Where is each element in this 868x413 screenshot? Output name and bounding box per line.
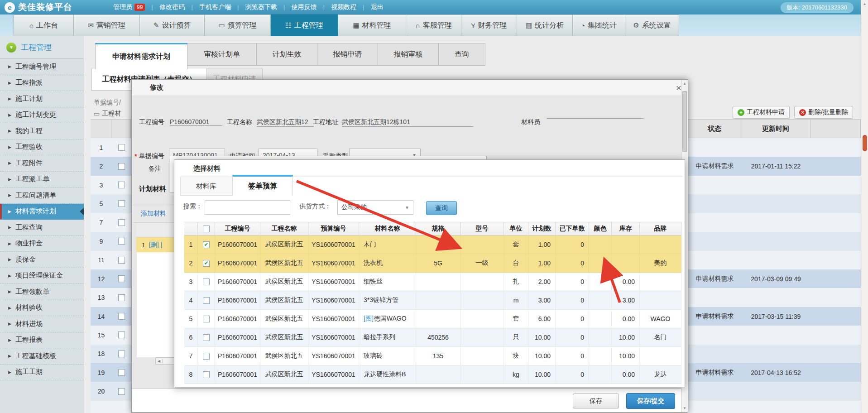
row-checkbox[interactable] [203,334,210,341]
row-checkbox[interactable] [118,200,125,207]
tab-6[interactable]: 查询 [439,43,485,66]
row-number: 15 [91,331,112,339]
sidebar-item[interactable]: ▶工程报表 [0,332,84,349]
scroll-left-icon[interactable]: ◀ [156,359,163,363]
material-row[interactable]: 5P1606070001武侯区新北五YS1606070001[图]德国WAGO套… [184,310,681,328]
plan-horizontal-scrollbar[interactable]: ◀ [155,357,174,365]
row-checkbox[interactable]: ✔ [203,260,210,267]
top-menu-item[interactable]: 修改密码 [155,3,189,11]
nav-tab-gear[interactable]: ⚙系统设置 [625,14,679,36]
scroll-down-icon[interactable]: ▼ [681,406,688,410]
nav-tab-team[interactable]: ☷工程管理 [271,14,338,36]
row-checkbox[interactable] [203,353,210,360]
material-row[interactable]: 1✔P1606070001武侯区新北五YS1606070001木门套1.000 [184,235,681,254]
row-checkbox[interactable] [118,163,125,170]
sidebar-item[interactable]: ▶工程验收 [0,139,84,156]
page-scrollbar-thumb[interactable] [863,135,867,151]
top-menu-item[interactable]: 手机客户端 [195,3,235,11]
sidebar-item[interactable]: ▶质保金 [0,252,84,268]
sidebar-item[interactable]: ▶工程查询 [0,220,84,236]
row-checkbox[interactable] [118,182,125,188]
apply-material-button[interactable]: +工程材料申请 [733,106,790,119]
search-input[interactable] [205,200,290,215]
scroll-up-icon[interactable]: ▲ [861,2,868,6]
sidebar-item[interactable]: ▶材料验收 [0,300,84,317]
top-menu-item[interactable]: 使用反馈 [287,3,321,11]
row-checkbox[interactable] [118,144,125,151]
row-checkbox[interactable] [203,279,210,285]
row-checkbox[interactable] [203,297,210,304]
sidebar-item[interactable]: ▶材料进场 [0,316,84,332]
material-row[interactable]: 7P1606070001武侯区新北五YS1606070001玻璃砖135块10.… [184,347,681,365]
nav-tab-chart[interactable]: ▥统计分析 [517,14,573,36]
top-menu-item[interactable]: 视频教程 [326,3,361,11]
row-checkbox[interactable] [118,313,125,320]
tab-5[interactable]: 报销审核 [378,43,439,66]
sidebar-item[interactable]: ▶工程编号管理 [0,59,84,75]
delete-batch-button[interactable]: ✕删除/批量删除 [794,106,853,119]
sidebar-item[interactable]: ▶施工计划变更 [0,107,84,124]
nav-tab-chat[interactable]: ✉营销管理 [74,14,140,36]
nav-tab-edit[interactable]: ✎设计预算 [140,14,205,36]
picker-tab-2[interactable]: 签单预算 [232,175,293,196]
tab-3[interactable]: 计划生效 [257,43,317,66]
column-header-cb[interactable] [198,222,215,235]
nav-tab-pie[interactable]: ◔集团统计 [573,14,625,36]
sidebar-item[interactable]: ▶工程问题清单 [0,187,84,204]
row-checkbox[interactable] [203,371,210,378]
material-row[interactable]: 4P1606070001武侯区新北五YS16060700013*3镀锌方管m3.… [184,291,681,310]
tab-1[interactable]: 申请材料需求计划 [95,43,187,69]
sidebar-item[interactable]: ▶施工计划 [0,91,84,107]
material-row[interactable]: 8P1606070001武侯区新北五YS1606070001龙达硬性涂料Bkg1… [184,365,681,384]
sidebar-item[interactable]: ▶材料需求计划 [0,204,84,220]
select-all-checkbox[interactable] [203,226,210,232]
sidebar-item[interactable]: ▶施工工期 [0,365,84,381]
nav-tab-headset[interactable]: ∩客服管理 [406,14,461,36]
sidebar-item[interactable]: ▶工程领款单 [0,284,84,300]
admin-menu-item[interactable]: 管理员 99 [109,3,149,11]
row-checkbox[interactable] [118,219,125,226]
sidebar-header[interactable]: ▼ 工程管理 [0,36,84,59]
sidebar-item[interactable]: ▶我的工程 [0,123,84,139]
row-checkbox[interactable] [118,294,125,301]
nav-tab-grid[interactable]: ▦材料管理 [338,14,406,36]
save-button[interactable]: 保存 [573,394,619,408]
sidebar-item[interactable]: ▶物业押金 [0,236,84,252]
page-scrollbar[interactable]: ▲ [861,0,868,413]
material-picker-modal: 选择材料 材料库签单预算 搜索： 供货方式： 公司采购 ▼ 查询 工程编号工程名… [174,159,685,387]
row-checkbox[interactable] [118,351,125,357]
save-submit-button[interactable]: 保存/提交 [626,393,675,409]
row-checkbox[interactable] [118,388,125,395]
row-checkbox[interactable] [118,369,125,376]
add-material-button[interactable]: 添加材料 [141,210,166,218]
tab-2[interactable]: 审核计划单 [187,43,257,66]
row-checkbox[interactable] [118,331,125,338]
image-link[interactable]: [图] [364,315,374,323]
sidebar-item[interactable]: ▶工程附件 [0,155,84,172]
sidebar-item[interactable]: ▶工程基础模板 [0,348,84,365]
material-row[interactable]: 6P1606070001武侯区新北五YS1606070001暗拉手系列45025… [184,328,681,347]
scrollbar-thumb[interactable] [682,91,687,152]
row-checkbox[interactable] [203,316,210,322]
row-checkbox[interactable] [118,275,125,282]
delete-row-link[interactable]: [删] [ [149,241,163,249]
sidebar-item[interactable]: ▶工程派工单 [0,172,84,188]
material-row[interactable]: 3P1606070001武侯区新北五YS1606070001细铁丝扎2.0000… [184,273,681,291]
supply-mode-select[interactable]: 公司采购 ▼ [337,200,413,215]
material-row[interactable]: 2✔P1606070001武侯区新北五YS1606070001洗衣机5G一级台1… [184,254,681,273]
query-button[interactable]: 查询 [426,201,457,215]
nav-tab-yen[interactable]: ¥财务管理 [461,14,517,36]
sidebar-item[interactable]: ▶项目经理保证金 [0,268,84,284]
row-checkbox[interactable] [118,257,125,264]
scroll-up-icon[interactable]: ▲ [681,82,688,86]
sidebar-item[interactable]: ▶工程指派 [0,75,84,91]
nav-tab-monitor[interactable]: ▭预算管理 [205,14,271,36]
row-checkbox[interactable] [118,238,125,245]
nav-tab-home[interactable]: ⌂工作台 [14,14,74,36]
picker-tab-1[interactable]: 材料库 [180,177,232,196]
row-checkbox[interactable]: ✔ [203,241,210,248]
tab-4[interactable]: 报销申请 [317,43,378,66]
notification-badge[interactable]: 99 [134,4,145,11]
top-menu-item[interactable]: 退出 [366,3,388,11]
top-menu-item[interactable]: 浏览器下载 [241,3,282,11]
